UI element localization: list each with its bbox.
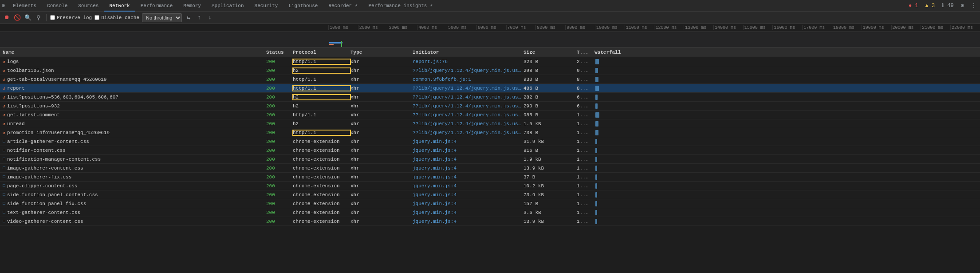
table-row[interactable]: □ image-gatherer-fix.css 200 chrome-exte… [0,173,980,182]
ruler-tick-13: 14000 ms [713,25,743,30]
table-row[interactable]: ↺ report 200 http/1.1 xhr ??lib/jquery/1… [0,84,980,93]
row-initiator[interactable]: report.js:76 [413,59,523,64]
row-initiator[interactable]: ??lib/jquery/1.12.4/jquery.min.js.user-t… [413,103,523,109]
table-row[interactable]: ↺ unread 200 h2 xhr ??lib/jquery/1.12.4/… [0,119,980,128]
col-header-waterfall[interactable]: Waterfall [594,50,980,55]
row-initiator[interactable]: jquery.min.js:4 [413,219,523,224]
row-name: ↺ list?positions=932 [0,103,266,109]
more-tools-icon[interactable]: ⋮ [969,2,978,9]
tab-security[interactable]: Security [249,0,283,12]
tab-memory[interactable]: Memory [178,0,206,12]
row-initiator[interactable]: ??lib/jquery/1.12.4/jquery.min.js.user-t… [413,86,523,91]
row-size: 73.9 kB [523,192,577,198]
upload-icon[interactable]: ↑ [195,14,203,21]
table-row[interactable]: ↺ promotion-info?username=qq_45260619 20… [0,128,980,137]
tab-performance[interactable]: Performance [135,0,178,12]
throttle-select[interactable]: No throttling [142,13,182,22]
table-row[interactable]: ↺ list?positions=536,603,604,605,606,607… [0,93,980,102]
table-row[interactable]: □ article-gatherer-content.css 200 chrom… [0,137,980,146]
row-initiator[interactable]: jquery.min.js:4 [413,148,523,153]
row-initiator[interactable]: jquery.min.js:4 [413,192,523,198]
row-name-text: image-gatherer-content.css [7,166,83,171]
table-row[interactable]: □ video-gatherer-content.css 200 chrome-… [0,217,980,226]
table-row[interactable]: ↺ get-latest-comment 200 http/1.1 xhr ??… [0,111,980,119]
table-row[interactable]: □ image-gatherer-content.css 200 chrome-… [0,164,980,173]
clear-icon[interactable]: 🚫 [13,14,21,21]
row-initiator[interactable]: ??lib/jquery/1.12.4/jquery.min.js.user-t… [413,130,523,135]
css-icon: □ [3,210,5,215]
row-time: 8... [577,77,594,82]
col-header-size[interactable]: Size [523,50,577,55]
row-initiator[interactable]: jquery.min.js:4 [413,201,523,206]
css-icon: □ [3,183,5,188]
row-time: 1... [577,139,594,144]
ruler-tick-11: 12000 ms [654,25,684,30]
table-row[interactable]: □ side-function-panel-content.css 200 ch… [0,190,980,199]
ruler-tick-15: 16000 ms [772,25,802,30]
row-type: xhr [350,219,413,224]
timeline-ruler: 1000 ms2000 ms3000 ms4000 ms5000 ms6000 … [0,24,980,32]
table-row[interactable]: □ text-gatherer-content.css 200 chrome-e… [0,208,980,217]
table-row[interactable]: ↺ get-tab-total?username=qq_45260619 200… [0,75,980,84]
filter-icon[interactable]: ⚲ [35,14,43,21]
ruler-tick-19: 20000 ms [891,25,921,30]
record-icon[interactable]: ⏺ [3,14,11,21]
row-initiator[interactable]: jquery.min.js:4 [413,174,523,180]
wifi-icon[interactable]: ⇆ [185,14,193,21]
row-initiator[interactable]: jquery.min.js:4 [413,210,523,215]
col-header-name[interactable]: Name [0,50,266,55]
download-icon[interactable]: ↓ [206,14,214,21]
col-header-protocol[interactable]: Protocol [293,50,350,55]
css-icon: □ [3,192,5,197]
tab-network[interactable]: Network [104,0,135,12]
row-initiator[interactable]: ??lib/jquery/1.12.4/jquery.min.js.user-t… [413,95,523,100]
info-icon[interactable]: ℹ 49 [940,2,956,9]
table-row[interactable]: ↺ list?positions=932 200 h2 xhr ??lib/jq… [0,102,980,111]
notifications-icon[interactable]: ● 1 [907,3,920,9]
col-header-type[interactable]: Type [350,50,413,55]
row-type: xhr [350,121,413,127]
tab-elements[interactable]: Elements [8,0,42,12]
row-initiator[interactable]: ??lib/jquery/1.12.4/jquery.min.js.user-t… [413,121,523,127]
row-initiator[interactable]: jquery.min.js:4 [413,139,523,144]
search-icon[interactable]: 🔍 [24,14,32,21]
tab-console[interactable]: Console [42,0,73,12]
row-waterfall [594,217,980,226]
settings-icon[interactable]: ⚙ [959,2,966,9]
row-initiator[interactable]: ??lib/jquery/1.12.4/jquery.min.js.user-t… [413,68,523,73]
tab-sources[interactable]: Sources [73,0,104,12]
row-protocol: http/1.1 [293,77,350,82]
row-name-text: side-function-panel-content.css [7,192,98,198]
tab-lighthouse[interactable]: Lighthouse [283,0,323,12]
tab-application[interactable]: Application [206,0,249,12]
table-row[interactable]: ↺ toolbar1105.json 200 h2 xhr ??lib/jque… [0,66,980,75]
row-time: 9... [577,68,594,73]
row-protocol: chrome-extension [293,139,350,144]
table-row[interactable]: □ page-clipper-content.css 200 chrome-ex… [0,182,980,190]
row-time: 1... [577,174,594,180]
tab-recorder[interactable]: Recorder ⚡ [323,0,363,12]
table-row[interactable]: ↺ logs 200 http/1.1 xhr report.js:76 323… [0,57,980,66]
row-initiator[interactable]: jquery.min.js:4 [413,183,523,189]
activity-green-line [341,41,342,47]
row-waterfall [594,208,980,217]
table-row[interactable]: □ notifier-content.css 200 chrome-extens… [0,146,980,155]
col-header-time[interactable]: T... [577,50,594,55]
row-protocol: chrome-extension [293,174,350,180]
warnings-icon[interactable]: ▲ 3 [924,3,937,9]
row-initiator[interactable]: ??lib/jquery/1.12.4/jquery.min.js.user-t… [413,112,523,118]
row-initiator[interactable]: jquery.min.js:4 [413,166,523,171]
row-initiator[interactable]: common.3f6bfcfb.js:1 [413,77,523,82]
row-name: ↺ logs [0,59,266,64]
col-header-status[interactable]: Status [266,50,293,55]
row-status: 200 [266,130,293,135]
row-status: 200 [266,157,293,162]
disable-cache-checkbox[interactable]: Disable cache [94,15,139,20]
tab-performance-insights[interactable]: Performance insights ⚡ [363,0,438,12]
table-row[interactable]: □ side-function-panel-fix.css 200 chrome… [0,199,980,208]
preserve-log-checkbox[interactable]: Preserve log [50,15,92,20]
row-initiator[interactable]: jquery.min.js:4 [413,157,523,162]
col-header-initiator[interactable]: Initiator [413,50,523,55]
table-row[interactable]: □ notification-manager-content.css 200 c… [0,155,980,164]
css-icon: □ [3,174,5,179]
